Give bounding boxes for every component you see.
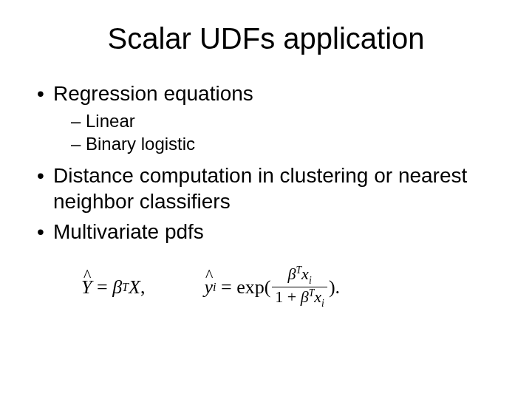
bullet-text: Regression equations [53, 82, 253, 105]
bullet-list: Regression equations Linear Binary logis… [33, 81, 505, 245]
formula-linear: Y = βTX, [81, 276, 145, 299]
formula-row: Y = βTX, yi = exp( βTxi 1 + βTxi ). [33, 265, 505, 309]
formula-logistic: yi = exp( βTxi 1 + βTxi ). [204, 265, 340, 309]
sub-bullet-text: Binary logistic [86, 134, 195, 154]
sub-bullet-linear: Linear [71, 109, 505, 132]
sub-bullet-text: Linear [86, 111, 135, 131]
slide-title: Scalar UDFs application [27, 22, 505, 55]
slide-body: Regression equations Linear Binary logis… [27, 81, 505, 309]
slide: Scalar UDFs application Regression equat… [0, 0, 532, 399]
bullet-multivariate: Multivariate pdfs [33, 219, 505, 245]
bullet-text: Distance computation in clustering or ne… [53, 164, 467, 213]
sub-bullet-list: Linear Binary logistic [53, 109, 505, 155]
bullet-distance: Distance computation in clustering or ne… [33, 163, 505, 214]
bullet-text: Multivariate pdfs [53, 220, 204, 243]
sub-bullet-binary-logistic: Binary logistic [71, 132, 505, 155]
bullet-regression: Regression equations Linear Binary logis… [33, 81, 505, 155]
